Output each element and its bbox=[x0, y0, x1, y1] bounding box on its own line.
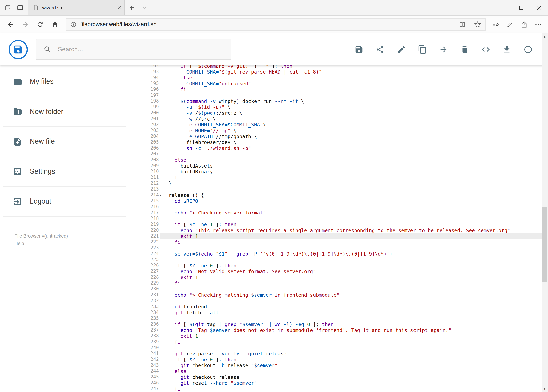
address-bar[interactable]: filebrowser.web/files/wizard.sh bbox=[66, 18, 486, 30]
code-line[interactable]: 193 COMMIT_SHA="$(git rev-parse HEAD | c… bbox=[141, 69, 541, 75]
code-line[interactable]: 225 bbox=[141, 257, 541, 263]
code-line[interactable]: 199 -u "$(id -u)" \ bbox=[141, 104, 541, 110]
info-button[interactable] bbox=[523, 45, 532, 54]
scroll-up-button[interactable] bbox=[541, 33, 548, 40]
code-line[interactable]: 196 fi bbox=[141, 86, 541, 92]
code-line[interactable]: 204 -e GOPATH=//tmp/gopath \ bbox=[141, 133, 541, 139]
code-line[interactable]: 230 bbox=[141, 286, 541, 292]
favorite-star-button[interactable] bbox=[472, 19, 483, 29]
copy-button[interactable] bbox=[418, 45, 427, 54]
code-line[interactable]: 198 $(command -v winpty) docker run --rm… bbox=[141, 98, 541, 104]
code-line[interactable]: 208 else bbox=[141, 157, 541, 163]
code-line[interactable]: 192 if [ "$(command -v git)" != "" ]; th… bbox=[141, 65, 541, 69]
code-line[interactable]: 232 bbox=[141, 298, 541, 304]
code-line[interactable]: 218 bbox=[141, 216, 541, 222]
code-line[interactable]: 200 -v /$(pwd):/src:z \ bbox=[141, 110, 541, 116]
code-line[interactable]: 245 git checkout release bbox=[141, 374, 541, 380]
sidebar-item-new-folder[interactable]: New folder bbox=[3, 97, 126, 127]
help-link[interactable]: Help bbox=[14, 240, 141, 248]
code-line[interactable]: 237 echo "Tag $semver does not exist in … bbox=[141, 327, 541, 333]
code-line[interactable]: 201 -w //src \ bbox=[141, 116, 541, 122]
code-line[interactable]: 223 bbox=[141, 245, 541, 251]
back-button[interactable] bbox=[3, 17, 18, 32]
code-line[interactable]: 214▾release () { bbox=[141, 192, 541, 198]
code-line[interactable]: 194 else bbox=[141, 75, 541, 81]
site-info-icon[interactable] bbox=[70, 21, 77, 28]
code-line[interactable]: 247 fi bbox=[141, 386, 541, 392]
move-button[interactable] bbox=[439, 45, 448, 54]
code-line[interactable]: 229 fi bbox=[141, 280, 541, 286]
share-page-button[interactable] bbox=[517, 17, 531, 32]
reading-view-button[interactable] bbox=[457, 19, 468, 29]
sidebar-item-settings[interactable]: Settings bbox=[3, 157, 126, 187]
share-button[interactable] bbox=[375, 45, 384, 54]
forward-button[interactable] bbox=[18, 17, 33, 32]
code-line[interactable]: 235 bbox=[141, 315, 541, 321]
edit-button[interactable] bbox=[396, 45, 406, 54]
code-line[interactable]: 215 cd $REPO bbox=[141, 198, 541, 204]
code-line[interactable]: 216 bbox=[141, 204, 541, 210]
code-button[interactable] bbox=[481, 45, 490, 54]
search-input[interactable] bbox=[58, 46, 224, 53]
code-line[interactable]: 205 filebrowser/dev \ bbox=[141, 139, 541, 145]
sidebar-item-my-files[interactable]: My files bbox=[3, 67, 126, 97]
code-line[interactable]: 224 semver=$(echo "$1" | grep -P '^v(0|[… bbox=[141, 251, 541, 257]
search-bar[interactable] bbox=[36, 39, 231, 60]
code-line[interactable]: 228 exit 1 bbox=[141, 274, 541, 280]
code-line[interactable]: 206 sh -c "./wizard.sh -b" bbox=[141, 145, 541, 151]
scrollbar-thumb[interactable] bbox=[542, 207, 547, 282]
code-line[interactable]: 243 git checkout -b release "$semver" bbox=[141, 363, 541, 368]
code-line[interactable]: 222 fi bbox=[141, 239, 541, 245]
new-tab-button[interactable] bbox=[125, 0, 138, 15]
more-menu-button[interactable] bbox=[531, 17, 545, 32]
code-line[interactable]: 207 bbox=[141, 151, 541, 157]
tab-preview-button[interactable] bbox=[17, 4, 23, 11]
save-button[interactable] bbox=[354, 45, 363, 54]
web-note-button[interactable] bbox=[503, 17, 517, 32]
browser-tab[interactable]: wizard.sh bbox=[28, 0, 125, 15]
code-line[interactable]: 210 buildBinary bbox=[141, 169, 541, 175]
code-line[interactable]: 241 git rev-parse --verify --quiet relea… bbox=[141, 351, 541, 357]
refresh-button[interactable] bbox=[33, 17, 47, 32]
tab-close-button[interactable] bbox=[117, 6, 121, 10]
code-line[interactable]: 203 -e HOME="//tmp" \ bbox=[141, 128, 541, 133]
sidebar-item-logout[interactable]: Logout bbox=[3, 187, 126, 217]
code-line[interactable]: 239 fi bbox=[141, 339, 541, 345]
code-line[interactable]: 212} bbox=[141, 181, 541, 186]
code-line[interactable]: 195 COMMIT_SHA="untracked" bbox=[141, 81, 541, 86]
code-line[interactable]: 211 fi bbox=[141, 175, 541, 181]
code-line[interactable]: 227 echo "Not valid semver format. See s… bbox=[141, 268, 541, 274]
fold-arrow-icon[interactable]: ▾ bbox=[160, 193, 162, 198]
tab-preview-chevron-button[interactable] bbox=[138, 0, 152, 15]
delete-button[interactable] bbox=[460, 45, 469, 54]
code-line[interactable]: 197 bbox=[141, 92, 541, 98]
code-line[interactable]: 246 git reset --hard "$semver" bbox=[141, 380, 541, 386]
code-line[interactable]: 234 git fetch --all bbox=[141, 310, 541, 315]
code-line[interactable]: 220 echo "This release script requires a… bbox=[141, 227, 541, 233]
close-window-button[interactable] bbox=[530, 0, 548, 15]
code-line[interactable]: 226 if [ $? -ne 0 ]; then bbox=[141, 263, 541, 268]
code-line[interactable]: 242 if [ $? -ne 0 ]; then bbox=[141, 357, 541, 363]
home-button[interactable] bbox=[47, 17, 62, 32]
minimize-button[interactable] bbox=[494, 0, 512, 15]
download-button[interactable] bbox=[502, 45, 511, 54]
hub-button[interactable] bbox=[489, 17, 503, 32]
set-tabs-aside-button[interactable] bbox=[4, 4, 11, 11]
code-editor[interactable]: 192 if [ "$(command -v git)" != "" ]; th… bbox=[141, 65, 541, 392]
code-line[interactable]: 238 exit 1 bbox=[141, 333, 541, 339]
code-line[interactable]: 240 bbox=[141, 345, 541, 351]
code-line[interactable]: 244 else bbox=[141, 368, 541, 374]
code-line[interactable]: 236 if [ $(git tag | grep "$semver" | wc… bbox=[141, 321, 541, 327]
code-line[interactable]: 217 echo "> Checking semver format" bbox=[141, 210, 541, 216]
code-line[interactable]: 221 exit 1 bbox=[141, 233, 541, 239]
code-line[interactable]: 213 bbox=[141, 186, 541, 192]
scroll-down-button[interactable] bbox=[541, 385, 548, 392]
page-scrollbar[interactable] bbox=[541, 33, 548, 392]
code-line[interactable]: 202 -e COMMIT_SHA=$COMMIT_SHA \ bbox=[141, 122, 541, 128]
code-line[interactable]: 209 buildAssets bbox=[141, 163, 541, 169]
sidebar-item-new-file[interactable]: New file bbox=[3, 127, 126, 157]
code-line[interactable]: 219 if [ $# -ne 1 ]; then bbox=[141, 222, 541, 227]
maximize-button[interactable] bbox=[512, 0, 530, 15]
code-line[interactable]: 231 echo "> Checking matching $semver in… bbox=[141, 292, 541, 298]
code-line[interactable]: 233 cd frontend bbox=[141, 304, 541, 310]
